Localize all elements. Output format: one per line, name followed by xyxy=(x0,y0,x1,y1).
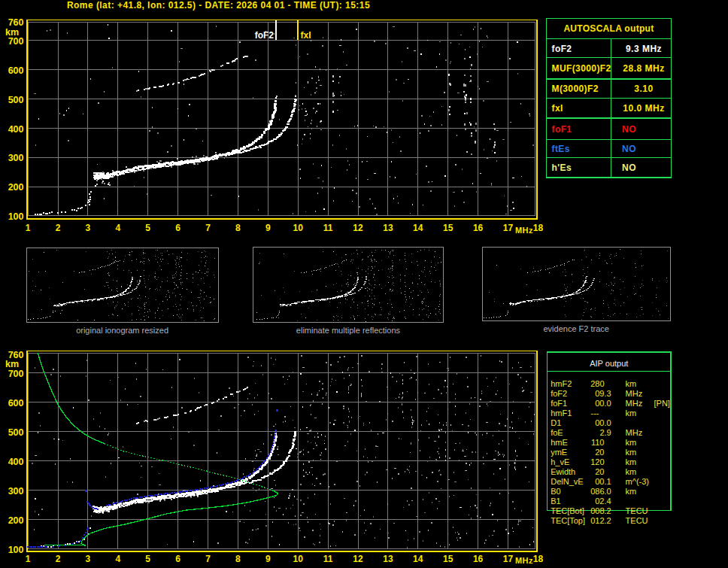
svg-text:8: 8 xyxy=(235,223,241,233)
svg-text:evidence F2 trace: evidence F2 trace xyxy=(543,324,608,333)
svg-text:B1: B1 xyxy=(551,497,560,506)
svg-text:MUF(3000)F2: MUF(3000)F2 xyxy=(552,63,611,74)
svg-text:.0: .0 xyxy=(605,487,611,496)
svg-text:fxI: fxI xyxy=(552,103,563,114)
svg-text:.2: .2 xyxy=(605,516,611,525)
svg-text:km: km xyxy=(5,359,19,369)
svg-text:hmF2: hmF2 xyxy=(551,379,572,388)
svg-text:AUTOSCALA output: AUTOSCALA output xyxy=(563,23,654,34)
svg-text:09: 09 xyxy=(595,389,604,398)
svg-text:20: 20 xyxy=(595,467,604,476)
svg-text:16: 16 xyxy=(473,223,484,233)
svg-text:.4: .4 xyxy=(605,497,611,506)
svg-text:hmE: hmE xyxy=(551,438,568,447)
svg-text:11: 11 xyxy=(323,554,333,564)
svg-text:2: 2 xyxy=(56,554,61,564)
svg-text:13: 13 xyxy=(383,554,393,564)
svg-text:280: 280 xyxy=(590,379,604,388)
svg-text:foF1: foF1 xyxy=(551,399,567,408)
svg-text:hmF1: hmF1 xyxy=(551,409,572,418)
svg-text:MHz: MHz xyxy=(626,399,643,408)
svg-text:6: 6 xyxy=(175,223,180,233)
svg-text:600: 600 xyxy=(8,65,24,76)
svg-text:28.8 MHz: 28.8 MHz xyxy=(623,63,664,74)
svg-text:14: 14 xyxy=(413,223,423,233)
svg-text:.0: .0 xyxy=(605,418,611,427)
svg-text:MHz: MHz xyxy=(626,389,643,398)
svg-text:9: 9 xyxy=(265,554,271,564)
svg-text:2: 2 xyxy=(56,223,61,233)
svg-text:100: 100 xyxy=(8,211,24,222)
svg-text:16: 16 xyxy=(473,554,484,564)
svg-text:13: 13 xyxy=(383,223,393,233)
svg-text:km: km xyxy=(626,438,637,447)
svg-text:4: 4 xyxy=(115,223,120,233)
svg-text:20: 20 xyxy=(595,448,604,457)
svg-text:MHz: MHz xyxy=(515,226,533,235)
svg-text:500: 500 xyxy=(8,427,24,438)
svg-text:600: 600 xyxy=(8,398,24,409)
svg-text:3: 3 xyxy=(86,223,91,233)
svg-text:7: 7 xyxy=(205,223,211,233)
svg-text:300: 300 xyxy=(8,153,24,163)
svg-text:ymE: ymE xyxy=(551,448,567,457)
svg-text:700: 700 xyxy=(8,36,24,47)
svg-text:15: 15 xyxy=(443,554,453,564)
svg-text:M(3000)F2: M(3000)F2 xyxy=(552,84,599,94)
svg-text:086: 086 xyxy=(590,487,604,496)
svg-text:400: 400 xyxy=(8,457,24,467)
svg-text:ftEs: ftEs xyxy=(552,144,570,154)
svg-text:4: 4 xyxy=(115,554,120,564)
svg-text:km: km xyxy=(626,379,637,388)
svg-text:TEC[Bot]: TEC[Bot] xyxy=(551,506,584,515)
svg-text:110: 110 xyxy=(591,438,605,447)
svg-text:---: --- xyxy=(591,409,599,418)
svg-text:h_vE: h_vE xyxy=(551,457,569,466)
svg-text:foF2: foF2 xyxy=(552,44,572,54)
svg-text:100: 100 xyxy=(8,545,24,555)
svg-text:5: 5 xyxy=(145,554,150,564)
svg-text:km: km xyxy=(626,409,637,418)
svg-text:5: 5 xyxy=(145,223,150,233)
svg-text:17: 17 xyxy=(503,223,514,233)
svg-text:18: 18 xyxy=(533,223,544,233)
svg-text:9.3 MHz: 9.3 MHz xyxy=(626,44,662,54)
svg-text:8: 8 xyxy=(235,554,241,564)
svg-text:.2: .2 xyxy=(605,506,611,515)
svg-text:B0: B0 xyxy=(551,487,560,496)
svg-text:.1: .1 xyxy=(605,477,611,486)
svg-text:18: 18 xyxy=(533,554,544,564)
svg-text:fxI: fxI xyxy=(301,30,311,41)
svg-text:.3: .3 xyxy=(605,389,611,398)
svg-text:1: 1 xyxy=(26,554,31,564)
svg-text:17: 17 xyxy=(503,554,514,564)
svg-text:400: 400 xyxy=(8,124,24,135)
svg-text:m^(-3): m^(-3) xyxy=(626,477,649,486)
svg-text:1: 1 xyxy=(26,223,31,233)
svg-text:700: 700 xyxy=(8,369,24,379)
svg-text:MHz: MHz xyxy=(515,556,533,565)
svg-text:3: 3 xyxy=(86,554,91,564)
svg-text:00: 00 xyxy=(595,477,604,486)
svg-text:DelN_vE: DelN_vE xyxy=(551,477,583,486)
svg-text:6: 6 xyxy=(175,554,180,564)
svg-text:10.0 MHz: 10.0 MHz xyxy=(623,103,664,114)
svg-text:foF2: foF2 xyxy=(255,30,275,41)
svg-text:km: km xyxy=(626,448,637,457)
svg-text:12: 12 xyxy=(353,223,363,233)
svg-text:foF2: foF2 xyxy=(551,389,567,398)
svg-text:AIP output: AIP output xyxy=(590,359,628,368)
svg-text:NO: NO xyxy=(622,144,636,154)
svg-text:.0: .0 xyxy=(605,399,611,408)
svg-text:NO: NO xyxy=(622,124,636,135)
svg-text:008: 008 xyxy=(590,506,604,515)
svg-text:.9: .9 xyxy=(605,428,611,437)
svg-text:120: 120 xyxy=(590,457,604,466)
svg-text:7: 7 xyxy=(205,554,211,564)
svg-text:3.10: 3.10 xyxy=(634,84,653,94)
svg-text:TECU: TECU xyxy=(626,516,648,525)
svg-text:11: 11 xyxy=(323,223,333,233)
svg-text:km: km xyxy=(626,487,637,496)
svg-text:012: 012 xyxy=(590,516,604,525)
svg-text:km: km xyxy=(626,467,637,476)
